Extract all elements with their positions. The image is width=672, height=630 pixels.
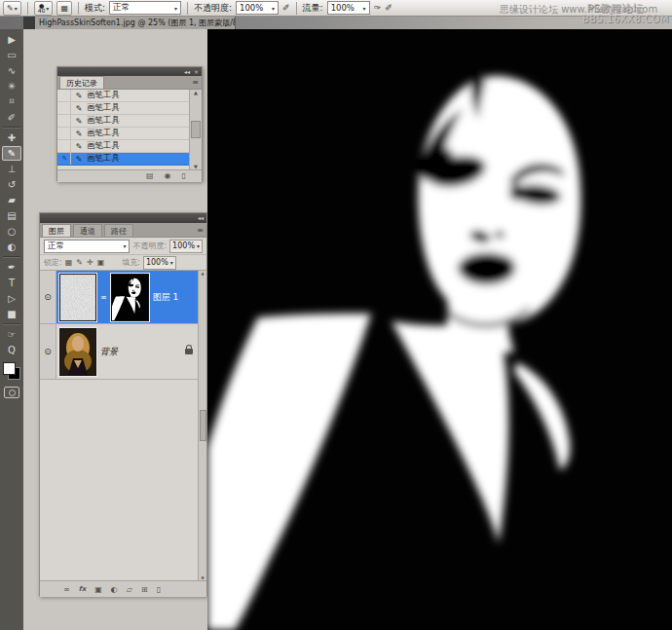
history-entry-selected[interactable]: ✎ ✎ 画笔工具 xyxy=(57,153,202,166)
layer-mask-thumbnail[interactable] xyxy=(111,274,149,321)
brush-size-picker[interactable]: ● 40 ▾ xyxy=(34,1,54,16)
blend-mode-select[interactable]: 正常 ▾ xyxy=(44,240,130,253)
delete-layer-button[interactable]: ▯ xyxy=(157,585,161,594)
pen-tool[interactable]: ✒ xyxy=(2,260,21,275)
mask-link-icon[interactable]: ∞ xyxy=(100,293,107,302)
scroll-up-icon[interactable]: ▲ xyxy=(201,271,204,276)
eyedropper-tool[interactable]: ✐ xyxy=(2,110,21,125)
layer-name[interactable]: 背景 xyxy=(100,346,118,358)
dodge-tool[interactable]: ◐ xyxy=(2,240,21,254)
gradient-tool[interactable]: ▤ xyxy=(2,208,21,223)
history-scrollbar[interactable]: ▲ ▼ xyxy=(189,90,202,169)
brush-tool[interactable]: ✎ xyxy=(2,146,21,161)
visibility-toggle[interactable]: ⊙ xyxy=(40,271,56,323)
type-tool[interactable]: T xyxy=(2,276,21,290)
layers-panel-titlebar[interactable]: ◂◂ xyxy=(40,213,206,223)
clone-stamp-tool[interactable]: ⊥ xyxy=(2,162,21,176)
scrollbar-thumb[interactable] xyxy=(191,121,201,138)
toggle-brush-panel-button[interactable]: ▦ xyxy=(56,1,72,16)
history-entry[interactable]: ✎ 画笔工具 xyxy=(57,90,202,102)
lock-image-icon[interactable]: ✎ xyxy=(76,258,83,267)
history-entry-label: 画笔工具 xyxy=(87,128,120,139)
scrollbar-thumb[interactable] xyxy=(200,410,206,441)
layer-name[interactable]: 图层 1 xyxy=(153,291,179,304)
quick-mask-icon xyxy=(9,389,16,396)
layer1-thumbnail[interactable] xyxy=(59,274,96,321)
layer-row-layer1[interactable]: ⊙ ∞ 图层 1 xyxy=(40,271,206,324)
panel-menu-icon[interactable]: ≡ xyxy=(197,226,204,235)
lasso-tool[interactable]: ∿ xyxy=(2,63,21,78)
tab-paths[interactable]: 路径 xyxy=(104,224,133,237)
layers-scrollbar[interactable]: ▲ ▼ xyxy=(198,271,206,580)
pressure-size-icon[interactable]: ✐ xyxy=(385,3,392,13)
history-entry[interactable]: ✎ 画笔工具 xyxy=(57,102,202,115)
zoom-tool[interactable]: Q xyxy=(2,343,21,357)
tab-history[interactable]: 历史记录 xyxy=(59,76,104,89)
lock-all-icon[interactable]: ▣ xyxy=(97,258,105,267)
new-group-button[interactable]: ▱ xyxy=(127,585,132,594)
tool-column: ▶ ▭ ∿ ✳ ⌗ ✐ ✚ ✎ ⊥ ↺ ▰ ▤ ○ ◐ ✒ T ▷ ■ ☞ Q xyxy=(0,29,23,630)
new-document-from-state-button[interactable]: ▤ xyxy=(146,172,154,180)
chevron-down-icon: ▾ xyxy=(272,5,275,12)
tool-preset-button[interactable]: ✎ ▾ xyxy=(3,1,21,16)
flow-input[interactable]: 100% ▾ xyxy=(327,1,370,15)
panel-menu-icon[interactable]: ≡ xyxy=(192,78,199,87)
delete-state-button[interactable]: ▯ xyxy=(182,172,186,180)
history-panel-titlebar[interactable]: ◂◂ × xyxy=(57,67,202,76)
eraser-tool[interactable]: ▰ xyxy=(2,193,21,207)
quick-selection-tool[interactable]: ✳ xyxy=(2,79,21,93)
lock-position-icon[interactable]: ✛ xyxy=(87,258,93,267)
layer-opacity-input[interactable]: 100% ▾ xyxy=(169,240,203,253)
marquee-tool[interactable]: ▭ xyxy=(2,48,21,62)
history-source-well[interactable] xyxy=(59,115,71,127)
crop-icon: ⌗ xyxy=(9,95,15,107)
tab-channels[interactable]: 通道 xyxy=(73,224,102,237)
hand-tool[interactable]: ☞ xyxy=(2,327,21,342)
collapse-icon[interactable]: ◂◂ xyxy=(198,215,204,221)
history-entry-label: 画笔工具 xyxy=(87,90,120,101)
path-selection-tool[interactable]: ▷ xyxy=(2,291,21,306)
new-snapshot-button[interactable]: ◉ xyxy=(165,172,171,180)
pressure-opacity-icon[interactable]: ✐ xyxy=(282,3,290,13)
close-icon[interactable]: × xyxy=(194,69,199,75)
fill-input[interactable]: 100% ▾ xyxy=(143,256,176,270)
opacity-input[interactable]: 100% ▾ xyxy=(236,1,279,15)
visibility-toggle[interactable]: ⊙ xyxy=(40,324,56,379)
scroll-down-icon[interactable]: ▼ xyxy=(201,575,204,580)
collapse-icon[interactable]: ◂◂ xyxy=(184,69,190,75)
history-source-well[interactable] xyxy=(59,140,71,152)
link-layers-button[interactable]: ∞ xyxy=(63,585,70,594)
foreground-color-swatch[interactable] xyxy=(3,362,16,375)
scroll-down-icon[interactable]: ▼ xyxy=(194,164,198,169)
new-layer-button[interactable]: ⊞ xyxy=(141,585,148,594)
document-canvas[interactable] xyxy=(207,29,672,630)
move-tool[interactable]: ▶ xyxy=(2,32,21,47)
blur-tool[interactable]: ○ xyxy=(2,224,21,239)
history-entry[interactable]: ✎ 画笔工具 xyxy=(57,140,202,153)
quick-mask-button[interactable] xyxy=(4,387,19,398)
background-thumbnail[interactable] xyxy=(59,328,96,376)
healing-brush-tool[interactable]: ✚ xyxy=(2,130,21,145)
layer-row-background[interactable]: ⊙ 背景 xyxy=(40,324,206,380)
crop-tool[interactable]: ⌗ xyxy=(2,94,21,109)
history-source-icon[interactable]: ✎ xyxy=(59,153,71,165)
airbrush-icon[interactable]: ✑ xyxy=(374,3,382,13)
clone-stamp-icon: ⊥ xyxy=(8,164,17,174)
history-brush-tool[interactable]: ↺ xyxy=(2,177,21,192)
lock-transparent-icon[interactable]: ▦ xyxy=(65,258,73,267)
layer-opacity-label: 不透明度: xyxy=(132,241,167,251)
scroll-up-icon[interactable]: ▲ xyxy=(194,90,198,95)
layer-styles-button[interactable]: fx xyxy=(79,585,87,593)
add-layer-mask-button[interactable]: ▣ xyxy=(94,585,102,594)
lock-label: 锁定: xyxy=(44,257,62,268)
shape-tool[interactable]: ■ xyxy=(2,307,21,321)
history-source-well[interactable] xyxy=(59,90,71,101)
document-tab[interactable]: HighPassSkinSoften1.jpg @ 25% (图层 1, 图层蒙… xyxy=(35,17,236,29)
mode-select[interactable]: 正常 ▾ xyxy=(109,1,181,15)
history-source-well[interactable] xyxy=(59,128,71,139)
history-entry[interactable]: ✎ 画笔工具 xyxy=(57,128,202,140)
adjustment-layer-button[interactable]: ◐ xyxy=(111,585,118,594)
tab-layers[interactable]: 图层 xyxy=(42,224,71,237)
history-entry[interactable]: ✎ 画笔工具 xyxy=(57,115,202,128)
history-source-well[interactable] xyxy=(59,102,71,114)
